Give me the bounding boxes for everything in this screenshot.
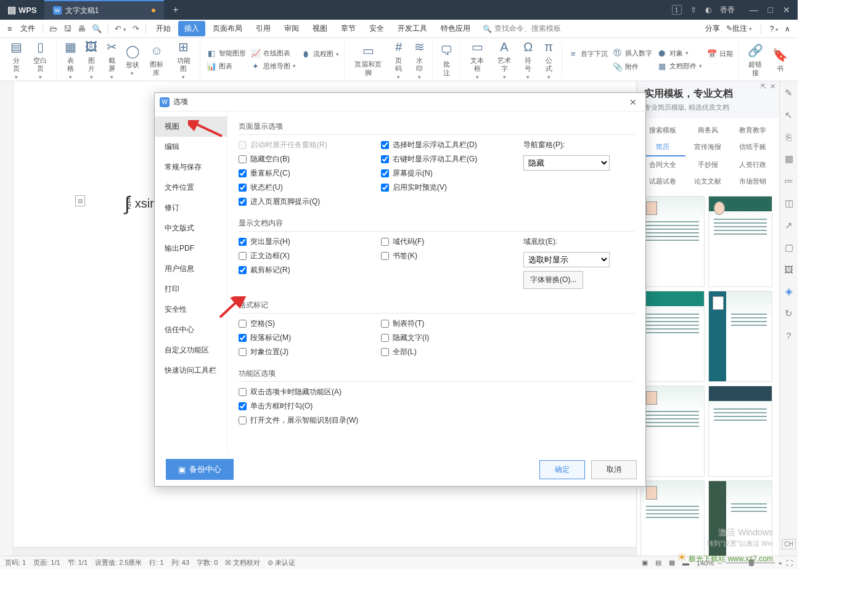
checkbox-input[interactable] (239, 169, 247, 177)
settings-icon[interactable]: ≔ (784, 176, 793, 187)
status-section[interactable]: 节: 1/1 (68, 558, 88, 567)
status-line[interactable]: 行: 1 (149, 558, 163, 567)
formula-button[interactable]: π公式 (538, 37, 558, 82)
status-auth[interactable]: ⊘ 未认证 (268, 558, 295, 567)
option-checkbox[interactable]: 选择时显示浮动工具栏(D) (381, 140, 523, 150)
file-menu[interactable]: 文件 (17, 21, 39, 36)
docparts-button[interactable]: ▦文档部件 (655, 60, 705, 72)
panel-tab[interactable]: 试题试卷 (640, 173, 685, 190)
template-item[interactable] (708, 196, 772, 287)
pen-icon[interactable]: ✎ (785, 87, 793, 99)
iconlib-button[interactable]: ☺图标库 (143, 41, 170, 78)
nav-filelocation[interactable]: 文件位置 (155, 177, 227, 198)
option-checkbox[interactable]: 裁剪标记(R) (239, 265, 381, 275)
option-checkbox[interactable]: 全部(L) (381, 347, 523, 357)
annotate-button[interactable]: ✎批注 (726, 23, 752, 34)
ok-button[interactable]: 确定 (539, 460, 585, 479)
panel-tab[interactable]: 信纸手账 (730, 139, 775, 156)
insert-number-button[interactable]: ⑪插入数字 (610, 46, 655, 60)
option-checkbox[interactable]: 启用实时预览(V) (381, 182, 523, 193)
nav-print[interactable]: 打印 (155, 279, 227, 299)
panel-tab[interactable]: 搜索模板 (640, 122, 685, 139)
nav-pdf[interactable]: 输出PDF (155, 238, 227, 259)
option-checkbox[interactable]: 段落标记(M) (239, 333, 381, 343)
checkbox-input[interactable] (239, 348, 247, 356)
font-replace-button[interactable]: 字体替换(O)... (523, 271, 583, 289)
menu-review[interactable]: 审阅 (278, 21, 305, 36)
nav-security[interactable]: 安全性 (155, 299, 227, 320)
save-icon[interactable]: 🖫 (61, 22, 74, 36)
user-name[interactable]: 香香 (720, 5, 735, 15)
option-checkbox[interactable]: 单击方框时打勾(O) (239, 401, 634, 411)
panel-pin-icon[interactable]: ⇱ (761, 83, 766, 91)
hyperlink-button[interactable]: 🔗超链接 (742, 41, 769, 78)
panel-tab[interactable]: 教育教学 (730, 122, 775, 139)
redo-icon[interactable]: ↷ (130, 22, 142, 36)
template-icon[interactable]: ◈ (785, 286, 793, 297)
dropcap-button[interactable]: ≡首字下沉 (566, 48, 610, 60)
panel-tab[interactable]: 人资行政 (730, 156, 775, 173)
checkbox-input[interactable] (239, 388, 247, 396)
date-button[interactable]: 📅日期 (705, 48, 735, 60)
picture-button[interactable]: 🖼图片 (81, 37, 102, 82)
chart-button[interactable]: 📊图表 (204, 60, 248, 72)
attachment-button[interactable]: 📎附件 (610, 61, 655, 73)
shape-button[interactable]: ◯形状 (122, 41, 143, 78)
panel-tab[interactable]: 合同大全 (640, 156, 685, 173)
menu-devtools[interactable]: 开发工具 (391, 21, 433, 36)
help-sidebar-icon[interactable]: ? (786, 330, 791, 341)
menu-special[interactable]: 特色应用 (435, 21, 476, 36)
share-button[interactable]: 分享 (705, 23, 720, 34)
wordart-button[interactable]: A艺术字 (491, 37, 518, 82)
watermark-button[interactable]: ≋水印 (409, 37, 429, 82)
panel-tab[interactable]: 商务风 (685, 122, 730, 139)
panel-tab[interactable]: 宣传海报 (685, 139, 730, 156)
box-icon[interactable]: 1 (672, 5, 682, 15)
option-checkbox[interactable]: 对象位置(J) (239, 347, 381, 357)
nav-edit[interactable]: 编辑 (155, 137, 227, 157)
checkbox-input[interactable] (239, 155, 247, 163)
option-checkbox[interactable]: 双击选项卡时隐藏功能区(A) (239, 387, 634, 397)
option-checkbox[interactable]: 进入页眉页脚提示(Q) (239, 197, 381, 207)
nav-revision[interactable]: 修订 (155, 198, 227, 218)
nav-userinfo[interactable]: 用户信息 (155, 259, 227, 279)
option-checkbox[interactable]: 打开文件，展示智能识别目录(W) (239, 415, 634, 426)
new-tab-button[interactable]: + (164, 4, 187, 15)
select-icon[interactable]: ↖ (785, 110, 793, 121)
undo-icon[interactable]: ↶ (112, 22, 129, 36)
status-page[interactable]: 页码: 1 (5, 558, 26, 567)
menu-view[interactable]: 视图 (306, 21, 333, 36)
template-item[interactable] (708, 291, 772, 382)
panel-tab[interactable]: 市场营销 (730, 173, 775, 190)
collapse-ribbon-icon[interactable]: ∧ (785, 25, 790, 33)
navpane-select[interactable]: 隐藏 (523, 155, 610, 171)
option-checkbox[interactable]: 右键时显示浮动工具栏(G) (381, 154, 523, 164)
panel-tab[interactable]: 手抄报 (685, 156, 730, 173)
status-pos[interactable]: 设置值: 2.5厘米 (95, 558, 142, 567)
option-checkbox[interactable]: 突出显示(H) (239, 237, 381, 247)
clipboard-icon[interactable]: ⎘ (786, 132, 791, 142)
status-pages[interactable]: 页面: 1/1 (33, 558, 60, 567)
template-item[interactable] (640, 291, 705, 382)
menu-section[interactable]: 章节 (335, 21, 362, 36)
menu-start[interactable]: 开始 (150, 21, 177, 36)
checkbox-input[interactable] (239, 334, 247, 342)
template-item[interactable] (708, 480, 772, 556)
checkbox-input[interactable] (381, 334, 389, 342)
page-number-button[interactable]: #页码 (388, 37, 409, 82)
panel-tab[interactable]: 简历 (640, 139, 685, 156)
cancel-button[interactable]: 取消 (591, 460, 637, 479)
object-button[interactable]: ⬢对象 (655, 47, 705, 59)
minimize-icon[interactable]: — (750, 5, 758, 15)
page-break-button[interactable]: ▤分页 (6, 37, 27, 82)
flowchart-button[interactable]: ⬮流程图 (298, 48, 342, 60)
smartart-button[interactable]: ⊞功能图 (170, 37, 197, 82)
mindmap-button[interactable]: ✦思维导图 (248, 60, 298, 72)
link-icon[interactable]: ↗ (785, 220, 793, 231)
checkbox-input[interactable] (239, 416, 247, 424)
menu-reference[interactable]: 引用 (250, 21, 277, 36)
template-item[interactable] (640, 386, 705, 477)
nav-customize[interactable]: 自定义功能区 (155, 340, 227, 360)
media-icon[interactable]: ◫ (785, 198, 793, 209)
store-icon[interactable]: ⇧ (690, 6, 697, 14)
